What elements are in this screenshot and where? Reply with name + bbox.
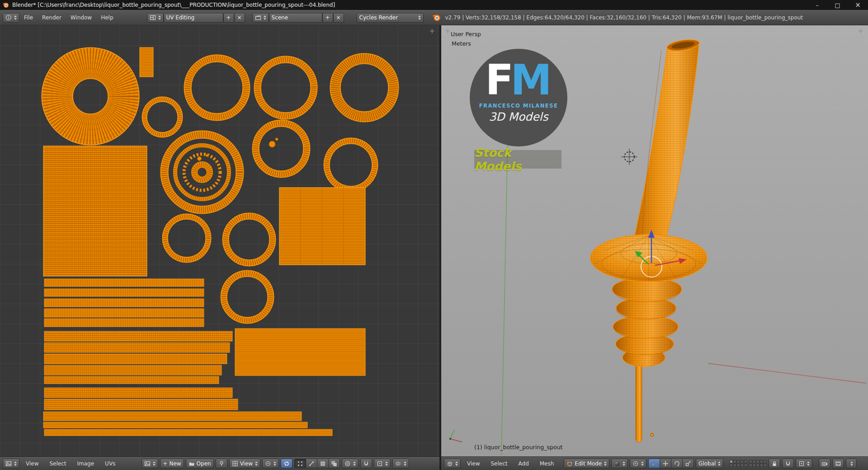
uv-island-block[interactable] [43, 146, 147, 276]
delete-layout-button[interactable]: × [234, 13, 245, 23]
uv-island-ring[interactable] [162, 214, 211, 263]
screen-layout-field[interactable]: UV Editing [164, 13, 223, 23]
manipulator-rotate-button[interactable] [671, 459, 683, 468]
vp-menu-view[interactable]: View [462, 457, 484, 470]
snap-increment-icon [798, 461, 805, 467]
uv-island-donut[interactable] [42, 47, 139, 145]
menu-help[interactable]: Help [96, 10, 118, 25]
uv-island-ring-dot[interactable] [252, 120, 310, 178]
orientation-dropdown[interactable]: Global [696, 459, 723, 468]
uv-island-strip[interactable] [140, 47, 153, 77]
minimize-button[interactable]: – [807, 0, 827, 10]
delete-scene-button[interactable]: × [333, 13, 344, 23]
manipulator-translate-button[interactable] [660, 459, 671, 468]
uv-menu-image[interactable]: Image [73, 457, 99, 470]
header-overflow-stepper[interactable] [846, 459, 857, 468]
uv-island-ring[interactable] [254, 56, 317, 119]
select-mode-island-button[interactable] [328, 459, 340, 468]
film-icon [835, 461, 841, 467]
add-scene-button[interactable]: + [322, 13, 333, 23]
screen-layout-browse[interactable] [147, 13, 164, 23]
uv-island-bullseye[interactable] [160, 131, 244, 214]
spout-model[interactable] [590, 38, 707, 442]
lock-to-scene-button[interactable] [769, 459, 780, 468]
editor-type-button-uv[interactable] [3, 459, 19, 468]
stepper-arrows [255, 461, 258, 466]
scene-browse[interactable] [252, 13, 269, 23]
editing-context-dropdown[interactable]: View [229, 459, 260, 468]
new-image-button[interactable]: + New [160, 459, 184, 468]
stepper-arrows [158, 15, 161, 20]
uv-island-block[interactable] [235, 329, 365, 376]
proportional-edit-dropdown[interactable] [342, 459, 359, 468]
proportional-icon [344, 461, 351, 467]
menu-render[interactable]: Render [38, 10, 66, 25]
uv-island-ring[interactable] [221, 270, 274, 324]
stepper-arrows [807, 461, 810, 466]
snap-element-dropdown-3d[interactable] [796, 459, 812, 468]
info-icon [5, 14, 12, 21]
pin-image-button[interactable] [216, 459, 227, 468]
uv-canvas[interactable] [0, 25, 441, 456]
pivot-center-dropdown[interactable] [630, 459, 646, 468]
layers-widget-right[interactable] [749, 460, 767, 467]
uv-island-bottom-bars[interactable] [43, 388, 332, 436]
uv-sync-select-toggle[interactable] [281, 459, 292, 468]
uv-island-ring[interactable] [330, 53, 399, 122]
viewport-3d[interactable]: + + [441, 25, 868, 456]
vp-menu-select[interactable]: Select [486, 457, 512, 470]
mode-dropdown[interactable]: Edit Mode [564, 459, 609, 468]
pivot-dropdown[interactable] [262, 459, 279, 468]
editor-type-button-info[interactable] [3, 13, 19, 23]
stepper-arrows [353, 461, 356, 466]
close-button[interactable]: × [848, 0, 868, 10]
expand-toolbar-icon[interactable]: + [445, 28, 451, 35]
image-browse-button[interactable] [142, 459, 158, 468]
snap-toggle-button[interactable] [360, 459, 372, 468]
viewport-shading-dropdown[interactable] [611, 459, 628, 468]
image-editor-icon [5, 461, 12, 467]
add-layout-button[interactable]: + [223, 13, 234, 23]
manipulator-toggle-button[interactable] [648, 459, 660, 468]
select-mode-face-button[interactable] [317, 459, 329, 468]
render-engine-dropdown[interactable]: Cycles Render [357, 13, 424, 23]
expand-properties-icon[interactable]: + [858, 28, 863, 35]
uv-menu-uvs[interactable]: UVs [100, 457, 120, 470]
uv-island-ring[interactable] [324, 138, 378, 192]
vp-menu-mesh[interactable]: Mesh [535, 457, 559, 470]
open-image-button[interactable]: Open [186, 459, 214, 468]
render-opengl-anim-button[interactable] [832, 459, 844, 468]
plus-icon: + [163, 461, 167, 467]
uv-island-bars[interactable] [44, 279, 204, 327]
maximize-button[interactable]: □ [827, 0, 848, 10]
render-opengl-button[interactable] [819, 459, 830, 468]
uv-island-ring[interactable] [184, 55, 250, 121]
editor-type-button-3d[interactable] [444, 459, 461, 468]
blender-app-icon [3, 2, 9, 8]
manipulator-scale-button[interactable] [682, 459, 694, 468]
snap-toggle-button-3d[interactable] [782, 459, 794, 468]
layers-widget-left[interactable] [730, 460, 747, 467]
menu-window[interactable]: Window [66, 10, 96, 25]
uv-island-hatch-rows[interactable] [44, 331, 232, 384]
menu-file[interactable]: File [19, 10, 38, 25]
select-mode-edge-button[interactable] [306, 459, 317, 468]
uv-menu-view[interactable]: View [21, 457, 43, 470]
stepper-arrows [418, 15, 421, 20]
stepper-arrows [718, 461, 721, 466]
uv-island-ring[interactable] [142, 97, 183, 137]
uv-island-ring[interactable] [222, 213, 276, 266]
scene-field[interactable]: Scene [269, 13, 322, 23]
units-label: Meters [452, 40, 471, 47]
expand-region-icon[interactable]: + [429, 28, 435, 35]
select-mode-vertex-button[interactable] [294, 459, 306, 468]
uv-menu-select[interactable]: Select [45, 457, 71, 470]
vp-menu-add[interactable]: Add [514, 457, 533, 470]
draw-channels-dropdown[interactable] [392, 459, 409, 468]
vertex-icon [297, 461, 303, 467]
blender-logo-icon [433, 14, 441, 22]
sync-icon [283, 461, 290, 467]
uv-island-block[interactable] [279, 188, 365, 265]
uv-image-editor[interactable]: + [0, 25, 441, 456]
snap-element-dropdown[interactable] [374, 459, 391, 468]
